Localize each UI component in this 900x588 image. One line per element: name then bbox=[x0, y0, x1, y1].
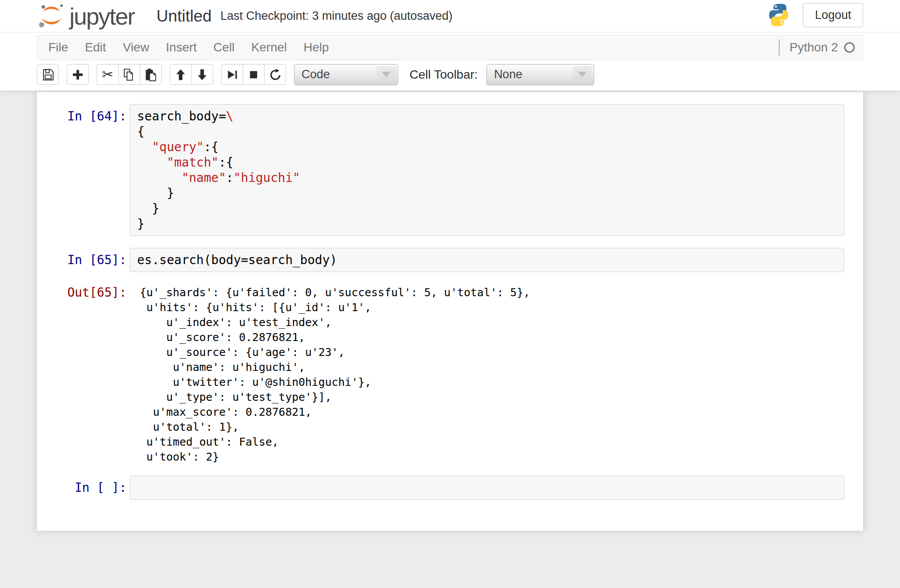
header-right: Logout bbox=[766, 2, 863, 28]
empty-code-editor[interactable] bbox=[130, 475, 844, 500]
kernel-name: Python 2 bbox=[789, 40, 838, 54]
header-bar: jupyter Untitled Last Checkpoint: 3 minu… bbox=[0, 0, 900, 33]
interrupt-kernel-button[interactable] bbox=[243, 64, 265, 85]
dropdown-arrow-icon bbox=[377, 66, 396, 83]
dropdown-arrow-icon bbox=[573, 66, 592, 83]
logout-button[interactable]: Logout bbox=[803, 3, 863, 27]
cell-type-value: Code bbox=[301, 68, 330, 81]
kernel-idle-icon bbox=[844, 42, 855, 53]
input-prompt: In [65]: bbox=[37, 248, 130, 272]
run-icon bbox=[226, 69, 238, 81]
restart-kernel-button[interactable] bbox=[264, 64, 286, 85]
arrow-down-icon bbox=[196, 69, 208, 81]
menu-cell[interactable]: Cell bbox=[205, 35, 243, 60]
output-prompt: Out[65]: bbox=[37, 284, 130, 465]
save-icon bbox=[41, 68, 54, 81]
jupyter-logo[interactable]: jupyter bbox=[37, 3, 134, 29]
cut-cell-button[interactable]: ✂ bbox=[97, 64, 119, 85]
checkpoint-status: Last Checkpoint: 3 minutes ago (autosave… bbox=[221, 9, 453, 23]
cell-toolbar-value: None bbox=[494, 68, 523, 81]
code-editor-64[interactable]: search_body=\{ "query":{ "match":{ "name… bbox=[130, 104, 844, 236]
copy-icon bbox=[123, 68, 136, 81]
cell-toolbar-label: Cell Toolbar: bbox=[410, 68, 478, 82]
restart-icon bbox=[269, 69, 281, 81]
save-button[interactable] bbox=[37, 64, 59, 85]
output-area-65: Out[65]: {u'_shards': {u'failed': 0, u's… bbox=[37, 284, 863, 465]
toolbar: ✂ bbox=[37, 64, 863, 85]
input-prompt: In [ ]: bbox=[37, 475, 130, 500]
scissors-icon: ✂ bbox=[102, 68, 113, 81]
paste-icon bbox=[144, 68, 157, 81]
site: In [64]: search_body=\{ "query":{ "match… bbox=[0, 91, 900, 588]
kernel-separator bbox=[779, 40, 780, 55]
menu-view[interactable]: View bbox=[114, 35, 157, 60]
menu-list: File Edit View Insert Cell Kernel Help bbox=[40, 35, 337, 60]
menu-kernel[interactable]: Kernel bbox=[243, 35, 295, 60]
notebook-header: jupyter Untitled Last Checkpoint: 3 minu… bbox=[0, 0, 900, 91]
notebook-container: In [64]: search_body=\{ "query":{ "match… bbox=[37, 92, 863, 531]
code-content: search_body=\{ "query":{ "match":{ "name… bbox=[137, 109, 844, 232]
code-content: es.search(body=search_body) bbox=[137, 252, 844, 268]
notebook-title[interactable]: Untitled bbox=[156, 7, 211, 25]
menu-file[interactable]: File bbox=[40, 35, 76, 60]
code-content bbox=[137, 480, 844, 495]
kernel-indicator: Python 2 bbox=[779, 40, 858, 55]
menubar: File Edit View Insert Cell Kernel Help P… bbox=[37, 35, 863, 60]
output-text: {u'_shards': {u'failed': 0, u'successful… bbox=[130, 284, 530, 465]
paste-cell-button[interactable] bbox=[140, 64, 162, 85]
empty-code-cell: In [ ]: bbox=[37, 475, 863, 500]
plus-icon bbox=[72, 69, 84, 81]
copy-cell-button[interactable] bbox=[118, 64, 140, 85]
arrow-up-icon bbox=[174, 69, 187, 81]
jupyter-planet-icon bbox=[37, 3, 65, 29]
menu-help[interactable]: Help bbox=[295, 35, 338, 60]
move-cell-down-button[interactable] bbox=[191, 64, 213, 85]
insert-cell-below-button[interactable] bbox=[67, 64, 89, 85]
cell-type-select[interactable]: Code bbox=[294, 64, 398, 85]
code-editor-65[interactable]: es.search(body=search_body) bbox=[130, 248, 844, 272]
input-prompt: In [64]: bbox=[37, 104, 130, 236]
python-logo-icon bbox=[766, 2, 791, 28]
logo-text: jupyter bbox=[69, 4, 134, 28]
stop-icon bbox=[247, 69, 260, 81]
cell-toolbar-select[interactable]: None bbox=[486, 64, 594, 85]
code-cell-65: In [65]: es.search(body=search_body) bbox=[37, 248, 863, 272]
menu-edit[interactable]: Edit bbox=[76, 35, 114, 60]
run-cell-button[interactable] bbox=[221, 64, 243, 85]
menubar-row: File Edit View Insert Cell Kernel Help P… bbox=[0, 33, 900, 60]
menu-insert[interactable]: Insert bbox=[158, 35, 205, 60]
code-cell-64: In [64]: search_body=\{ "query":{ "match… bbox=[37, 104, 863, 236]
move-cell-up-button[interactable] bbox=[170, 64, 192, 85]
